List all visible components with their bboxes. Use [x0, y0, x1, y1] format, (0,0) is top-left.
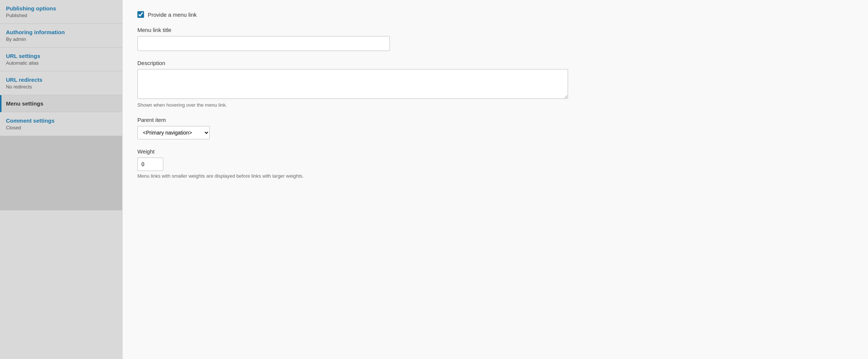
weight-hint: Menu links with smaller weights are disp… [137, 173, 853, 179]
provide-menu-link-checkbox[interactable] [137, 11, 144, 18]
weight-label: Weight [137, 148, 853, 155]
sidebar-item-publishing-options[interactable]: Publishing options Published [0, 0, 122, 24]
parent-item-group: Parent item <Primary navigation> <Main n… [137, 117, 853, 139]
sidebar-item-authoring-information-title: Authoring information [6, 29, 116, 35]
weight-group: Weight Menu links with smaller weights a… [137, 148, 853, 179]
menu-link-title-group: Menu link title [137, 27, 853, 51]
description-group: Description Shown when hovering over the… [137, 60, 853, 108]
sidebar-item-menu-settings[interactable]: Menu settings [0, 95, 122, 112]
menu-link-title-label: Menu link title [137, 27, 853, 33]
parent-item-label: Parent item [137, 117, 853, 123]
description-textarea[interactable] [137, 69, 568, 99]
sidebar-item-comment-settings[interactable]: Comment settings Closed [0, 112, 122, 136]
menu-link-title-input[interactable] [137, 36, 390, 51]
sidebar-item-url-redirects-subtitle: No redirects [6, 84, 116, 90]
provide-menu-link-row: Provide a menu link [137, 11, 853, 18]
provide-menu-link-label: Provide a menu link [148, 12, 197, 18]
main-content: Provide a menu link Menu link title Desc… [123, 0, 868, 359]
description-hint: Shown when hovering over the menu link. [137, 102, 853, 108]
sidebar-item-url-redirects[interactable]: URL redirects No redirects [0, 71, 122, 95]
weight-input[interactable] [137, 158, 163, 171]
sidebar-item-publishing-options-title: Publishing options [6, 5, 116, 12]
sidebar-item-menu-settings-title: Menu settings [6, 100, 116, 107]
description-label: Description [137, 60, 853, 66]
sidebar-item-url-settings[interactable]: URL settings Automatic alias [0, 48, 122, 71]
sidebar-item-url-settings-title: URL settings [6, 53, 116, 59]
sidebar-item-comment-settings-subtitle: Closed [6, 125, 116, 130]
sidebar-item-authoring-information[interactable]: Authoring information By admin [0, 24, 122, 48]
sidebar-item-comment-settings-title: Comment settings [6, 117, 116, 124]
sidebar-item-authoring-information-subtitle: By admin [6, 36, 116, 42]
sidebar: Publishing options Published Authoring i… [0, 0, 123, 359]
sidebar-item-url-redirects-title: URL redirects [6, 77, 116, 83]
sidebar-bottom-fill [0, 136, 122, 210]
weight-field-row [137, 158, 853, 171]
sidebar-item-url-settings-subtitle: Automatic alias [6, 60, 116, 66]
sidebar-item-publishing-options-subtitle: Published [6, 13, 116, 18]
parent-item-select[interactable]: <Primary navigation> <Main navigation> <… [137, 126, 210, 139]
